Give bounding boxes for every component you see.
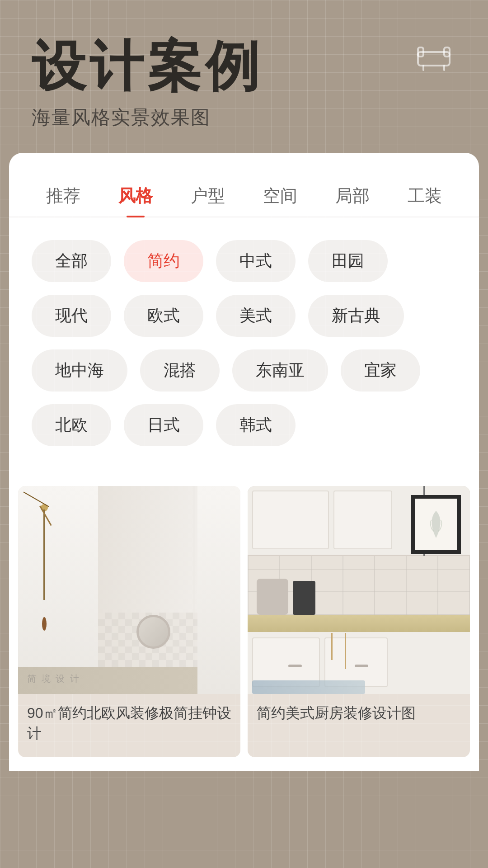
chip-chinese[interactable]: 中式 xyxy=(216,240,296,282)
chip-mixed[interactable]: 混搭 xyxy=(140,349,220,392)
image-card-2[interactable]: 简约美式厨房装修设计图 xyxy=(248,486,470,757)
chip-american[interactable]: 美式 xyxy=(216,295,296,337)
chips-row-2: 现代 欧式 美式 新古典 xyxy=(32,295,456,337)
chips-container: 全部 简约 中式 田园 现代 欧式 美式 新古典 地中海 混搭 东南亚 宜家 北… xyxy=(9,236,479,477)
chip-pastoral[interactable]: 田园 xyxy=(308,240,388,282)
chips-row-3: 地中海 混搭 东南亚 宜家 xyxy=(32,349,456,392)
sofa-icon xyxy=(416,41,452,72)
image-card-1[interactable]: 简 境 设 计 90㎡简约北欧风装修极简挂钟设计 xyxy=(18,486,240,757)
page-subtitle: 海量风格实景效果图 xyxy=(32,105,456,130)
chip-all[interactable]: 全部 xyxy=(32,240,111,282)
watermark-left: 简 境 设 计 xyxy=(27,673,80,685)
chip-japanese[interactable]: 日式 xyxy=(124,404,203,446)
chips-row-4: 北欧 日式 韩式 xyxy=(32,404,456,446)
chip-simple[interactable]: 简约 xyxy=(124,240,203,282)
page-container: 设计案例 海量风格实景效果图 推荐 风格 户型 空间 局部 工装 xyxy=(0,0,488,868)
chip-ikea[interactable]: 宜家 xyxy=(341,349,420,392)
image-caption-1: 90㎡简约北欧风装修极简挂钟设计 xyxy=(18,694,240,757)
chip-neoclassical[interactable]: 新古典 xyxy=(308,295,404,337)
chip-southeast-asian[interactable]: 东南亚 xyxy=(232,349,328,392)
tab-detail[interactable]: 局部 xyxy=(331,175,374,217)
tabs-container: 推荐 风格 户型 空间 局部 工装 xyxy=(9,175,479,217)
chips-row-1: 全部 简约 中式 田园 xyxy=(32,240,456,282)
tab-commercial[interactable]: 工装 xyxy=(403,175,446,217)
tab-recommended[interactable]: 推荐 xyxy=(42,175,85,217)
tab-layout[interactable]: 户型 xyxy=(186,175,230,217)
chip-modern[interactable]: 现代 xyxy=(32,295,111,337)
chip-nordic[interactable]: 北欧 xyxy=(32,404,111,446)
chip-european[interactable]: 欧式 xyxy=(124,295,203,337)
image-caption-2: 简约美式厨房装修设计图 xyxy=(248,694,470,737)
tab-space[interactable]: 空间 xyxy=(258,175,302,217)
image-placeholder-right xyxy=(248,486,470,694)
clock-decoration xyxy=(41,504,50,631)
image-grid: 简 境 设 计 90㎡简约北欧风装修极简挂钟设计 xyxy=(9,486,479,757)
page-title: 设计案例 xyxy=(32,36,456,96)
main-card: 推荐 风格 户型 空间 局部 工装 全部 简约 中式 田园 现代 欧式 美式 新… xyxy=(9,153,479,771)
chip-mediterranean[interactable]: 地中海 xyxy=(32,349,127,392)
chip-korean[interactable]: 韩式 xyxy=(216,404,296,446)
image-placeholder-left: 简 境 设 计 xyxy=(18,486,240,694)
header-section: 设计案例 海量风格实景效果图 xyxy=(0,0,488,153)
tab-style[interactable]: 风格 xyxy=(114,175,157,217)
